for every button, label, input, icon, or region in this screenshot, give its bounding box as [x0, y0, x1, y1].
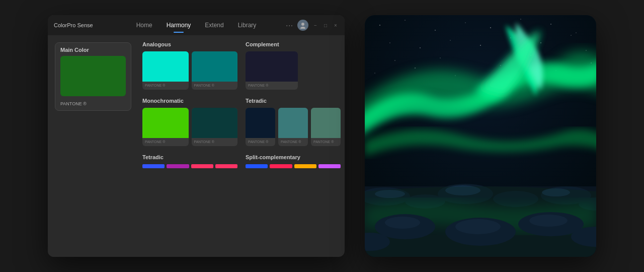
swatch-pantone-label: PANTONE ® — [142, 82, 189, 90]
harmony-grid: Analogous PANTONE ® PANTONE ® — [142, 41, 341, 168]
section-tetradic-2: Tetradic — [142, 154, 237, 168]
svg-point-43 — [385, 217, 420, 229]
svg-point-13 — [450, 40, 451, 41]
svg-point-17 — [571, 35, 572, 36]
svg-point-14 — [480, 45, 481, 46]
swatch-card[interactable]: PANTONE ® — [192, 108, 238, 146]
section-split-comp: Split-complementary — [246, 154, 341, 168]
swatch-color — [192, 51, 238, 82]
swatch-card[interactable]: PANTONE ® — [278, 108, 308, 146]
color-strip-2 — [270, 164, 292, 168]
swatch-card[interactable]: PANTONE ® — [246, 51, 298, 90]
main-color-section-label: Main Color — [55, 43, 131, 56]
color-strip-1 — [142, 164, 165, 168]
section-mono-title: Monochromatic — [142, 98, 237, 104]
svg-point-7 — [490, 27, 491, 28]
svg-point-5 — [435, 30, 435, 30]
nav-harmony[interactable]: Harmony — [159, 20, 198, 31]
color-strip-1 — [246, 164, 268, 168]
main-color-swatch — [60, 56, 126, 96]
swatch-color — [246, 108, 275, 138]
maximize-button[interactable]: □ — [323, 22, 329, 28]
swatch-card[interactable]: PANTONE ® — [246, 108, 275, 146]
more-options-button[interactable]: ··· — [286, 21, 293, 29]
svg-point-23 — [415, 67, 415, 68]
swatch-pantone-label: PANTONE ® — [192, 82, 238, 90]
section-monochromatic: Monochromatic PANTONE ® PANTONE ® — [142, 98, 237, 146]
section-complement: Complement PANTONE ® — [246, 41, 341, 90]
analogous-swatches: PANTONE ® PANTONE ® — [142, 51, 237, 90]
swatch-pantone-label: PANTONE ® — [142, 138, 189, 146]
svg-point-16 — [540, 42, 541, 43]
svg-point-4 — [405, 20, 405, 20]
svg-point-3 — [379, 25, 380, 26]
svg-point-44 — [455, 219, 501, 234]
section-tetradic2-title: Tetradic — [142, 154, 237, 160]
svg-point-22 — [375, 73, 375, 74]
swatch-card[interactable]: PANTONE ® — [142, 51, 189, 90]
color-strip-3 — [294, 164, 316, 168]
section-complement-title: Complement — [246, 41, 341, 47]
sidebar: Main Color PANTONE ® — [48, 35, 138, 257]
svg-point-9 — [550, 24, 551, 24]
tetradic2-strips — [142, 164, 237, 168]
main-scroll-area[interactable]: Analogous PANTONE ® PANTONE ® — [138, 35, 345, 257]
nav-library[interactable]: Library — [231, 20, 264, 31]
svg-point-8 — [520, 19, 521, 19]
avatar[interactable] — [297, 20, 308, 31]
tetradic1-swatches: PANTONE ® PANTONE ® PANTONE ® — [246, 108, 341, 146]
app-window: ColorPro Sense Home Harmony Extend Libra… — [48, 15, 345, 257]
svg-point-12 — [420, 47, 420, 48]
title-bar: ColorPro Sense Home Harmony Extend Libra… — [48, 15, 345, 35]
color-strip-4 — [318, 164, 341, 168]
nav-home[interactable]: Home — [129, 20, 159, 31]
section-analogous: Analogous PANTONE ® PANTONE ® — [142, 41, 237, 90]
title-bar-nav: Home Harmony Extend Library — [124, 20, 268, 31]
section-tetradic-1: Tetradic PANTONE ® PANTONE ® PANTONE — [246, 98, 341, 146]
swatch-card[interactable]: PANTONE ® — [311, 108, 341, 146]
nav-extend[interactable]: Extend — [198, 20, 230, 31]
svg-point-18 — [394, 60, 395, 60]
color-strip-3 — [191, 164, 213, 168]
title-bar-right: ··· − □ × — [268, 20, 339, 31]
color-strip-4 — [215, 164, 237, 168]
content-area: Main Color PANTONE ® Analogous PANTONE ® — [48, 35, 345, 257]
aurora-background — [365, 15, 596, 257]
color-strip-2 — [167, 164, 189, 168]
svg-point-6 — [465, 23, 466, 23]
section-analogous-title: Analogous — [142, 41, 237, 47]
swatch-pantone-label: PANTONE ® — [246, 138, 275, 146]
complement-swatches: PANTONE ® — [246, 51, 341, 90]
swatch-card[interactable]: PANTONE ® — [142, 108, 189, 146]
svg-point-10 — [576, 33, 577, 33]
swatch-color — [246, 51, 298, 82]
split-strips — [246, 164, 341, 168]
swatch-color — [311, 108, 341, 138]
svg-point-19 — [440, 58, 441, 58]
swatch-card[interactable]: PANTONE ® — [192, 51, 238, 90]
svg-point-45 — [529, 215, 568, 227]
svg-point-21 — [586, 50, 586, 50]
close-button[interactable]: × — [333, 22, 339, 28]
swatch-color — [192, 108, 238, 138]
section-tetradic1-title: Tetradic — [246, 98, 341, 104]
svg-point-11 — [389, 42, 390, 43]
title-bar-left: ColorPro Sense — [54, 22, 124, 28]
swatch-pantone-label: PANTONE ® — [278, 138, 308, 146]
mono-swatches: PANTONE ® PANTONE ® — [142, 108, 237, 146]
section-split-title: Split-complementary — [246, 154, 341, 160]
main-color-pantone-label: PANTONE ® — [55, 99, 131, 110]
main-color-card[interactable]: Main Color PANTONE ® — [55, 42, 131, 111]
svg-point-1 — [300, 27, 305, 29]
minimize-button[interactable]: − — [312, 22, 318, 28]
svg-point-0 — [301, 23, 304, 26]
swatch-pantone-label: PANTONE ® — [192, 138, 238, 146]
swatch-pantone-label: PANTONE ® — [246, 82, 298, 90]
swatch-color — [142, 51, 189, 82]
swatch-pantone-label: PANTONE ® — [311, 138, 341, 146]
swatch-color — [278, 108, 308, 138]
app-title: ColorPro Sense — [54, 22, 93, 28]
aurora-photo-panel — [365, 15, 596, 257]
swatch-color — [142, 108, 189, 138]
